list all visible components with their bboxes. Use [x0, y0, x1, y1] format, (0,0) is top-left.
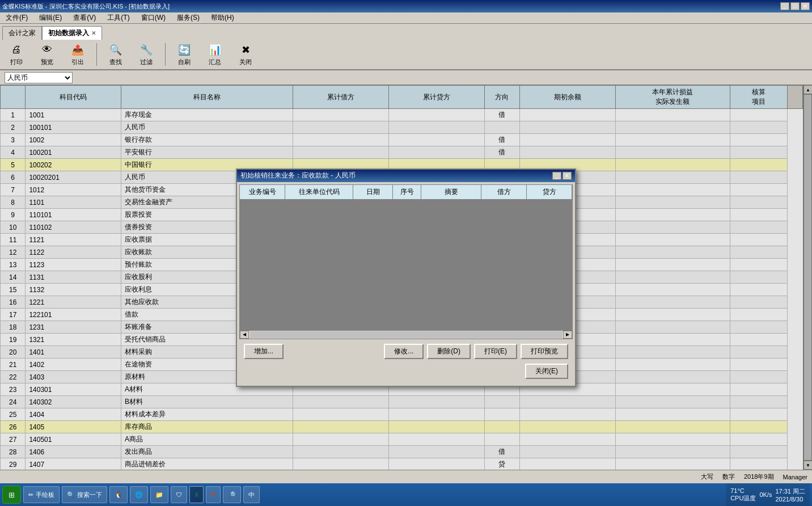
modal-preview-button[interactable]: 打印预览: [521, 344, 568, 359]
taskbar-app-pen[interactable]: ✏ 手绘板: [23, 486, 60, 503]
taskbar-app-shield[interactable]: 🛡: [171, 486, 187, 503]
status-right: 大写 数字 2018年9期 Manager: [701, 473, 807, 481]
refresh-button[interactable]: 🔄 自刷: [170, 41, 198, 68]
search-button[interactable]: 🔍 查找: [102, 41, 130, 68]
start-button[interactable]: ⊞: [2, 486, 21, 504]
modal-table-body[interactable]: [239, 200, 573, 330]
taskbar-app-input[interactable]: 中: [243, 486, 260, 503]
tab-home[interactable]: 会计之家: [2, 26, 42, 40]
modal-scroll-right[interactable]: ▶: [563, 331, 572, 339]
menu-edit[interactable]: 编辑(E): [36, 12, 65, 24]
num-indicator: 数字: [722, 473, 735, 481]
summary-label: 汇总: [209, 58, 221, 66]
toolbar-divider-1: [96, 43, 97, 66]
modal-minimize-button[interactable]: _: [552, 172, 561, 180]
modal-close-button[interactable]: 关闭(E): [525, 364, 568, 379]
summary-button[interactable]: 📊 汇总: [201, 41, 229, 68]
period-indicator: 2018年9期: [744, 473, 774, 481]
taskbar-app-search2[interactable]: 🔎: [223, 486, 241, 503]
menu-help[interactable]: 帮助(H): [208, 12, 238, 24]
qq-icon: 🐧: [115, 491, 122, 499]
modal-dialog: 初始核销往来业务：应收款款 - 人民币 _ ✕ 业务编号 往来单位代码 日期 序…: [236, 168, 576, 387]
print-label: 打印: [10, 58, 23, 66]
close-button[interactable]: ✕: [801, 2, 810, 10]
close-toolbar-button[interactable]: ✖ 关闭: [231, 41, 260, 68]
menu-bar: 文件(F) 编辑(E) 查看(V) 工具(T) 窗口(W) 服务(S) 帮助(H…: [0, 12, 812, 24]
filter-icon: 🔧: [139, 43, 153, 57]
modal-edit-button[interactable]: 修改...: [384, 344, 424, 359]
modal-header-unitcode: 往来单位代码: [285, 185, 353, 199]
taskbar-app-search[interactable]: 🔍 搜索一下: [62, 486, 107, 503]
modal-title-bar: 初始核销往来业务：应收款款 - 人民币 _ ✕: [237, 170, 575, 182]
modal-content: 业务编号 往来单位代码 日期 序号 摘要 借方 贷方 ◀: [237, 182, 575, 386]
search-icon: 🔍: [109, 43, 122, 57]
filter-label: 过滤: [140, 58, 153, 66]
print-icon: 🖨: [10, 43, 23, 57]
search-taskbar-label: 搜索一下: [77, 491, 102, 499]
close-icon: ✖: [239, 43, 252, 57]
search-taskbar-icon: 🔍: [67, 491, 75, 499]
currency-select[interactable]: 人民币 美元 欧元: [5, 72, 73, 83]
network-speed: 0K/s: [759, 491, 772, 498]
export-label: 引出: [71, 58, 84, 66]
ie-icon: 🌐: [135, 491, 143, 499]
taskbar: ⊞ ✏ 手绘板 🔍 搜索一下 🐧 🌐 📁 🛡 X P 🔎: [0, 483, 812, 506]
export-icon: 📤: [71, 43, 84, 57]
taskbar-app-ie[interactable]: 🌐: [130, 486, 148, 503]
caps-indicator: 大写: [701, 473, 713, 481]
folder-icon: 📁: [155, 491, 163, 499]
shield-icon: 🛡: [176, 491, 182, 498]
taskbar-app-ppt[interactable]: P: [206, 486, 220, 503]
close-toolbar-label: 关闭: [239, 58, 252, 66]
modal-header-biznum: 业务编号: [240, 185, 285, 199]
preview-button[interactable]: 👁 预览: [33, 41, 61, 68]
menu-tools[interactable]: 工具(T): [104, 12, 133, 24]
refresh-label: 自刷: [178, 58, 191, 66]
modal-close-row: 关闭(E): [239, 364, 573, 383]
modal-scrollbar[interactable]: ◀ ▶: [239, 330, 573, 339]
modal-scroll-left[interactable]: ◀: [240, 331, 249, 339]
tab-home-label: 会计之家: [9, 28, 36, 38]
search-label: 查找: [109, 58, 122, 66]
export-button[interactable]: 📤 引出: [64, 41, 92, 68]
modal-header-debit: 借方: [481, 185, 527, 199]
menu-view[interactable]: 查看(V): [70, 12, 99, 24]
excel-icon: X: [194, 491, 198, 498]
print-button[interactable]: 🖨 打印: [2, 41, 31, 68]
pen-icon: ✏: [28, 491, 33, 499]
tab-close-icon[interactable]: ✕: [91, 30, 96, 36]
modal-title: 初始核销往来业务：应收款款 - 人民币: [240, 171, 356, 180]
modal-title-buttons: _ ✕: [552, 172, 572, 180]
modal-print-button[interactable]: 打印(E): [474, 344, 517, 359]
taskbar-app-qq[interactable]: 🐧: [109, 486, 128, 503]
toolbar: 🖨 打印 👁 预览 📤 引出 🔍 查找 🔧 过滤 🔄 自刷 📊 汇总: [0, 40, 812, 70]
modal-add-button[interactable]: 增加...: [244, 344, 284, 359]
app-title: 金蝶KIS标准版 - 深圳仁客实业有限公司.KIS - [初始数据录入]: [2, 2, 170, 11]
toolbar-divider-2: [165, 43, 166, 66]
input-icon: 中: [248, 491, 255, 499]
main-area: 科目代码 科目名称 累计借方 累计贷方 方向 期初余额 本年累计损益实际发生额 …: [0, 85, 812, 470]
refresh-icon: 🔄: [177, 43, 191, 57]
modal-btn-group: 修改... 删除(D) 打印(E) 打印预览: [384, 344, 568, 359]
modal-scroll-track[interactable]: [250, 331, 562, 338]
minimize-button[interactable]: _: [780, 2, 789, 10]
modal-header-credit: 贷方: [527, 185, 572, 199]
pen-label: 手绘板: [36, 491, 54, 499]
tab-initial-data[interactable]: 初始数据录入 ✕: [42, 26, 102, 40]
modal-delete-button[interactable]: 删除(D): [427, 344, 471, 359]
taskbar-app-excel[interactable]: X: [189, 486, 204, 503]
taskbar-app-folder[interactable]: 📁: [150, 486, 168, 503]
clock: 17:31 周二2021/8/30: [775, 487, 805, 503]
menu-service[interactable]: 服务(S): [174, 12, 203, 24]
menu-window[interactable]: 窗口(W): [138, 12, 169, 24]
menu-file[interactable]: 文件(F): [2, 12, 31, 24]
user-indicator: Manager: [783, 474, 807, 480]
tab-bar: 会计之家 初始数据录入 ✕: [0, 24, 812, 40]
modal-buttons: 增加... 修改... 删除(D) 打印(E) 打印预览: [239, 339, 573, 364]
title-bar-buttons: _ □ ✕: [780, 2, 810, 10]
cpu-temp: 71°CCPU温度: [730, 487, 756, 503]
modal-close-icon-button[interactable]: ✕: [563, 172, 572, 180]
maximize-button[interactable]: □: [790, 2, 800, 10]
tab-initial-data-label: 初始数据录入: [48, 28, 89, 38]
filter-button[interactable]: 🔧 过滤: [132, 41, 160, 68]
